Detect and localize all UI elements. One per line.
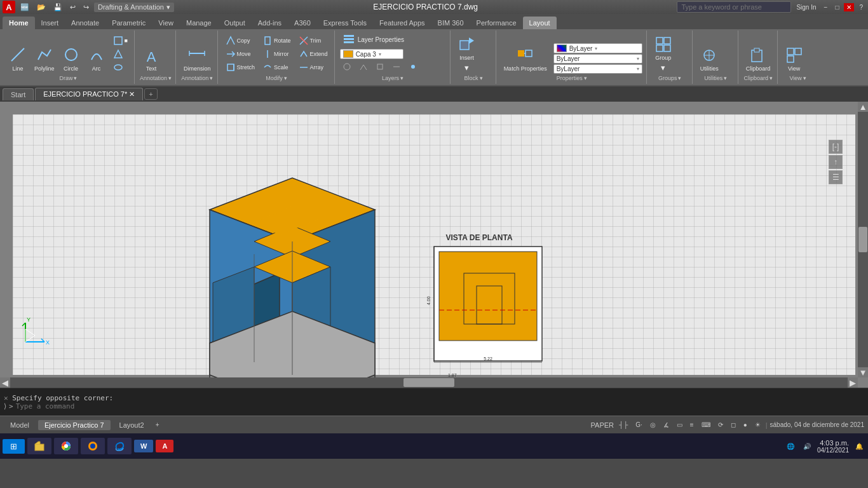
doc-tab-current[interactable]: EJERCICIO PRACTICO 7* ✕ bbox=[35, 88, 143, 100]
lineweight-dropdown[interactable]: ByLayer ▾ bbox=[553, 64, 642, 74]
save-button[interactable]: 💾 bbox=[51, 2, 65, 13]
scroll-up[interactable]: ▲ bbox=[858, 102, 868, 112]
utilities-button[interactable]: Utilities bbox=[698, 45, 721, 74]
h-scroll-thumb[interactable] bbox=[403, 378, 454, 387]
tab-view[interactable]: View bbox=[152, 17, 180, 29]
modify-btn-5[interactable]: Mirror bbox=[260, 48, 294, 60]
match-properties-button[interactable]: Match Properties bbox=[501, 45, 550, 74]
draw-more-2[interactable] bbox=[111, 48, 130, 60]
modify-btn-2[interactable]: Move bbox=[223, 48, 258, 60]
help-button[interactable]: ? bbox=[857, 3, 865, 11]
osnap-btn[interactable]: ∡ bbox=[661, 420, 672, 430]
modify-btn-3[interactable]: Stretch bbox=[223, 61, 258, 74]
volume-icon[interactable]: 🔊 bbox=[801, 442, 813, 451]
model-tab[interactable]: Model bbox=[4, 420, 36, 430]
tab-addins[interactable]: Add-ins bbox=[252, 17, 288, 29]
modify-btn-9[interactable]: Array bbox=[296, 61, 330, 74]
maximize-button[interactable]: □ bbox=[832, 3, 841, 11]
layout-tab-2[interactable]: Layout2 bbox=[113, 420, 151, 430]
trans-btn[interactable]: ⟳ bbox=[715, 420, 726, 430]
open-button[interactable]: 📂 bbox=[34, 2, 48, 13]
view-dropdown-icon[interactable]: ▾ bbox=[803, 75, 806, 81]
line-button[interactable]: Line bbox=[6, 46, 29, 74]
tab-home[interactable]: Home bbox=[3, 17, 35, 29]
drawing-canvas[interactable]: VISTA DE PLANTA 5.22 4.00 bbox=[0, 102, 868, 388]
minimize-button[interactable]: − bbox=[822, 3, 831, 11]
cmd-input[interactable] bbox=[16, 402, 864, 410]
color-dropdown[interactable]: ByLayer ▾ bbox=[553, 43, 642, 53]
tab-a360[interactable]: A360 bbox=[288, 17, 317, 29]
tab-layout[interactable]: Layout bbox=[523, 17, 557, 29]
annotation2-dropdown-icon[interactable]: ▾ bbox=[210, 75, 213, 81]
view-button[interactable]: View bbox=[783, 45, 806, 74]
layer-btn-4[interactable] bbox=[390, 61, 403, 72]
new-button[interactable]: 🆕 bbox=[18, 2, 32, 13]
layer-properties-button[interactable]: Layer Properties bbox=[340, 32, 407, 47]
notification-icon[interactable]: 🔔 bbox=[853, 442, 865, 451]
modify-btn-7[interactable]: Trim bbox=[296, 34, 330, 47]
network-icon[interactable]: 🌐 bbox=[784, 442, 797, 451]
workspace-dropdown[interactable]: Drafting & Annotation ▾ bbox=[94, 3, 174, 12]
vp-btn-3[interactable]: ☰ bbox=[829, 170, 843, 184]
taskbar-chrome[interactable] bbox=[54, 438, 78, 454]
layers-dropdown-icon[interactable]: ▾ bbox=[400, 75, 403, 81]
modify-btn-8[interactable]: Extend bbox=[296, 48, 330, 60]
modify-dropdown-icon[interactable]: ▾ bbox=[284, 75, 287, 81]
group-button[interactable]: Group ▾ bbox=[652, 34, 675, 74]
ducs-btn[interactable]: ≡ bbox=[688, 420, 696, 430]
insert-button[interactable]: Insert ▾ bbox=[456, 34, 478, 74]
vp-btn-1[interactable]: [-] bbox=[829, 140, 843, 154]
anno-btn[interactable]: ● bbox=[741, 420, 750, 430]
taskbar-firefox[interactable] bbox=[81, 438, 105, 454]
snap-btn[interactable]: G· bbox=[633, 420, 645, 430]
text-button[interactable]: A Text bbox=[140, 49, 163, 74]
clipboard-dropdown-icon[interactable]: ▾ bbox=[770, 75, 773, 81]
block-dropdown-icon[interactable]: ▾ bbox=[480, 75, 483, 81]
v-scroll-thumb[interactable] bbox=[858, 227, 867, 252]
linetype-dropdown[interactable]: ByLayer ▾ bbox=[553, 54, 642, 64]
modify-btn-1[interactable]: Copy bbox=[223, 34, 258, 47]
tab-insert[interactable]: Insert bbox=[35, 17, 65, 29]
draw-more-1[interactable]: ■ bbox=[111, 34, 130, 47]
close-button[interactable]: ✕ bbox=[844, 3, 854, 11]
tab-bim360[interactable]: BIM 360 bbox=[431, 17, 470, 29]
v-scrollbar[interactable]: ▲ ▼ bbox=[858, 102, 868, 377]
layout-tab-ejercicio[interactable]: Ejercicio Practico 7 bbox=[38, 420, 111, 430]
tab-performance[interactable]: Performance bbox=[470, 17, 523, 29]
doc-tab-add[interactable]: + bbox=[144, 88, 157, 100]
tab-manage[interactable]: Manage bbox=[180, 17, 218, 29]
layer-btn-2[interactable] bbox=[356, 61, 370, 72]
doc-tab-start[interactable]: Start bbox=[3, 88, 34, 100]
dimension-button[interactable]: Dimension bbox=[181, 43, 214, 74]
h-scrollbar[interactable]: ◀ ▶ bbox=[0, 377, 858, 388]
undo-button[interactable]: ↩ bbox=[67, 2, 78, 13]
modify-btn-6[interactable]: Scale bbox=[260, 61, 294, 74]
tab-express[interactable]: Express Tools bbox=[317, 17, 373, 29]
tab-annotate[interactable]: Annotate bbox=[65, 17, 105, 29]
polyline-button[interactable]: Polyline bbox=[32, 46, 57, 74]
layer-dropdown[interactable]: Capa 3 ▾ bbox=[340, 49, 403, 59]
redo-button[interactable]: ↪ bbox=[81, 2, 92, 13]
scroll-left[interactable]: ◀ bbox=[0, 377, 10, 388]
otrack-btn[interactable]: ▭ bbox=[674, 420, 685, 430]
arc-button[interactable]: Arc bbox=[85, 46, 108, 74]
search-input[interactable] bbox=[677, 1, 791, 13]
taskbar-edge[interactable] bbox=[107, 438, 132, 454]
polar-btn[interactable]: ◎ bbox=[648, 420, 658, 430]
draw-more-3[interactable] bbox=[111, 61, 130, 74]
properties-dropdown-icon[interactable]: ▾ bbox=[584, 75, 587, 81]
utilities-dropdown-icon[interactable]: ▾ bbox=[724, 75, 727, 81]
sign-in-button[interactable]: Sign In bbox=[794, 3, 818, 11]
scroll-right[interactable]: ▶ bbox=[848, 377, 858, 388]
scroll-down[interactable]: ▼ bbox=[858, 367, 868, 377]
cmd-x-icon[interactable]: ✕ bbox=[4, 394, 8, 402]
layer-btn-5[interactable] bbox=[406, 61, 420, 72]
grid-btn[interactable]: ┤├ bbox=[616, 420, 630, 430]
tab-output[interactable]: Output bbox=[218, 17, 252, 29]
groups-dropdown-icon[interactable]: ▾ bbox=[678, 75, 681, 81]
tab-featured[interactable]: Featured Apps bbox=[373, 17, 431, 29]
layer-btn-3[interactable] bbox=[373, 61, 387, 72]
circle-button[interactable]: Circle bbox=[60, 46, 83, 74]
clipboard-button[interactable]: Clipboard bbox=[743, 45, 773, 74]
lineweight-btn[interactable]: ⌨ bbox=[699, 420, 713, 430]
